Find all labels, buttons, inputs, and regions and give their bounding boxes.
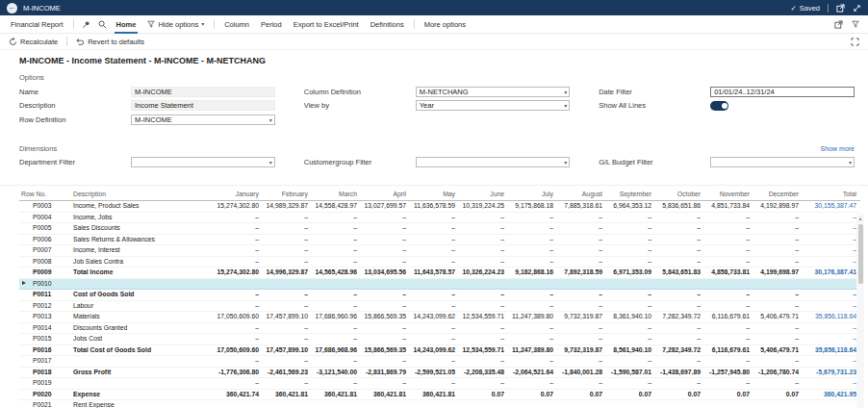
amount-cell[interactable]: – [704, 256, 753, 268]
amount-cell[interactable]: – [263, 378, 312, 390]
amount-cell[interactable]: 17,457,899.10 [263, 312, 312, 323]
amount-cell[interactable]: – [459, 245, 508, 257]
table-row[interactable]: P0021Rent Expense [19, 400, 860, 408]
amount-cell[interactable]: – [459, 223, 508, 235]
amount-cell[interactable]: 6,964,353.12 [606, 201, 655, 213]
amount-cell[interactable]: – [312, 212, 361, 223]
amount-cell[interactable]: 4,192,898.97 [753, 201, 803, 213]
amount-cell[interactable]: 13,027,699.57 [361, 201, 410, 213]
amount-cell[interactable]: 5,836,651.86 [655, 201, 704, 213]
amount-cell[interactable]: – [312, 322, 361, 334]
amount-cell[interactable]: 7,282,349.72 [655, 312, 704, 323]
amount-cell[interactable]: – [214, 378, 263, 390]
resize-window-icon[interactable] [853, 4, 861, 13]
amount-cell[interactable]: – [606, 245, 655, 257]
amount-cell[interactable]: – [214, 212, 263, 223]
amount-cell[interactable]: – [655, 322, 704, 334]
amount-cell[interactable] [508, 278, 557, 290]
description-cell[interactable]: Cost of Goods Sold [71, 290, 214, 301]
amount-cell[interactable]: -1,840,001.28 [557, 367, 606, 378]
amount-cell[interactable]: – [459, 378, 508, 390]
amount-cell[interactable]: 360,421.74 [214, 389, 263, 400]
amount-cell[interactable]: – [704, 245, 753, 257]
amount-cell[interactable]: – [606, 212, 655, 223]
row-no-cell[interactable]: P0008 [19, 256, 71, 268]
column-header[interactable]: April [361, 189, 410, 201]
amount-cell[interactable]: – [214, 223, 263, 235]
more-options-button[interactable]: More options [422, 15, 468, 34]
amount-cell[interactable] [704, 278, 753, 290]
total-cell[interactable]: 35,856,118.64 [803, 344, 860, 356]
amount-cell[interactable]: – [508, 356, 557, 368]
show-more-link[interactable]: Show more [821, 145, 855, 152]
revert-defaults-button[interactable]: Revert to defaults [76, 38, 144, 46]
amount-cell[interactable]: 11,247,389.80 [508, 312, 557, 323]
amount-cell[interactable]: 17,050,609.60 [214, 344, 263, 356]
amount-cell[interactable] [753, 400, 803, 408]
amount-cell[interactable]: 17,686,960.96 [312, 312, 361, 323]
amount-cell[interactable]: 9,732,319.87 [557, 312, 606, 323]
amount-cell[interactable] [410, 400, 459, 408]
amount-cell[interactable]: – [410, 212, 459, 223]
amount-cell[interactable]: 5,406,479.71 [753, 344, 803, 356]
amount-cell[interactable]: – [704, 290, 753, 301]
column-header[interactable]: Total [803, 189, 860, 201]
description-cell[interactable]: Jobs Cost [71, 334, 214, 345]
row-no-cell[interactable]: P0011 [19, 290, 71, 301]
amount-cell[interactable]: – [508, 212, 557, 223]
amount-cell[interactable]: – [361, 322, 410, 334]
amount-cell[interactable]: – [753, 378, 803, 390]
amount-cell[interactable]: – [508, 256, 557, 268]
amount-cell[interactable]: 12,534,559.71 [459, 312, 508, 323]
description-cell[interactable]: Materials [71, 312, 214, 323]
amount-cell[interactable]: – [606, 334, 655, 345]
amount-cell[interactable]: – [361, 378, 410, 390]
amount-cell[interactable]: – [508, 300, 557, 312]
scroll-up-icon[interactable]: ▲ [856, 214, 864, 221]
amount-cell[interactable]: – [312, 290, 361, 301]
amount-cell[interactable]: 6,971,353.09 [606, 268, 655, 279]
row-no-cell[interactable]: P0004 [19, 212, 71, 223]
amount-cell[interactable]: – [312, 334, 361, 345]
amount-cell[interactable]: – [655, 300, 704, 312]
amount-cell[interactable]: – [312, 256, 361, 268]
amount-cell[interactable]: – [753, 356, 803, 368]
scrollbar-thumb[interactable] [858, 224, 863, 284]
amount-cell[interactable]: – [361, 212, 410, 223]
amount-cell[interactable]: – [557, 290, 606, 301]
description-cell[interactable]: Income, Jobs [71, 212, 214, 223]
amount-cell[interactable]: – [410, 223, 459, 235]
hide-options-button[interactable]: Hide options ▾ [145, 15, 206, 34]
total-cell[interactable]: – [803, 290, 860, 301]
table-row[interactable]: P0005Sales Discounts––––––––––––– [19, 223, 860, 235]
amount-cell[interactable]: – [655, 290, 704, 301]
total-cell[interactable]: – [803, 256, 860, 268]
description-cell[interactable] [71, 378, 214, 390]
amount-cell[interactable]: – [606, 256, 655, 268]
amount-cell[interactable]: – [557, 212, 606, 223]
amount-cell[interactable]: – [655, 334, 704, 345]
row-no-cell[interactable]: P0007 [19, 245, 71, 257]
amount-cell[interactable]: – [410, 322, 459, 334]
column-header[interactable]: February [263, 189, 312, 201]
description-cell[interactable]: Sales Returns & Allowances [71, 234, 214, 245]
amount-cell[interactable]: -2,064,521.64 [508, 367, 557, 378]
amount-cell[interactable]: – [459, 212, 508, 223]
amount-cell[interactable]: – [606, 290, 655, 301]
amount-cell[interactable]: 5,843,651.83 [655, 268, 704, 279]
amount-cell[interactable] [655, 278, 704, 290]
amount-cell[interactable]: – [508, 290, 557, 301]
column-header[interactable]: September [606, 189, 655, 201]
amount-cell[interactable]: – [410, 245, 459, 257]
amount-cell[interactable]: – [557, 223, 606, 235]
report-type-label[interactable]: Financial Report [9, 15, 65, 34]
amount-cell[interactable]: – [459, 256, 508, 268]
amount-cell[interactable]: – [557, 334, 606, 345]
amount-cell[interactable]: -2,599,521.05 [410, 367, 459, 378]
amount-cell[interactable]: 4,199,698.97 [753, 268, 803, 279]
table-row[interactable]: P0004Income, Jobs––––––––––––– [19, 212, 860, 223]
amount-cell[interactable]: 17,457,899.10 [263, 344, 312, 356]
description-cell[interactable]: Sales Discounts [71, 223, 214, 235]
total-cell[interactable]: – [803, 212, 860, 223]
amount-cell[interactable]: – [655, 378, 704, 390]
